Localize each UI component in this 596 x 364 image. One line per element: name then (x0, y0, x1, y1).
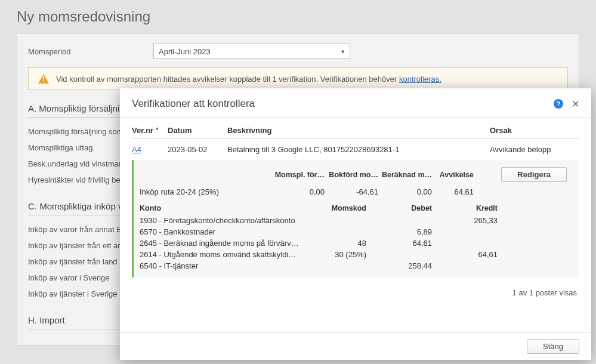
ledger-row: 6540 - IT-tjänster258,44 (140, 260, 573, 272)
ledger-kredit: 265,33 (432, 216, 498, 225)
dcol-momspl: Momspl. för… (271, 171, 325, 179)
ledger-debet: 64,61 (366, 239, 432, 248)
modal-title: Verifikationer att kontrollera (132, 98, 554, 110)
period-select[interactable]: April-Juni 2023 ▾ (153, 44, 350, 59)
detail-beraknad: 0,00 (378, 187, 432, 196)
warning-icon (38, 74, 49, 84)
ledger-konto: 6570 - Bankkostnader (140, 227, 319, 236)
detail-label: Inköp ruta 20-24 (25%) (140, 187, 271, 196)
ledger-konto: 2614 - Utgående moms omvänd skattskyldi… (140, 250, 319, 259)
close-button[interactable]: Stäng (527, 339, 579, 354)
verification-modal: Verifikationer att kontrollera ? ✕ Ver.n… (120, 88, 591, 360)
alert-text: Vid kontroll av momsrapporten hittades a… (56, 75, 441, 84)
col-orsak[interactable]: Orsak (490, 126, 579, 135)
lcol-debet: Debet (366, 204, 432, 212)
verification-desc: Betalning till 3 Google LLC, 80175220286… (227, 145, 490, 154)
ledger-row: 2614 - Utgående moms omvänd skattskyldi…… (140, 249, 573, 260)
ledger-row: 2645 - Beräknad ingående moms på förvärv… (140, 237, 573, 249)
dcol-bokford: Bokförd mo… (325, 171, 378, 179)
sort-asc-icon: ˄ (156, 127, 159, 134)
col-ver-label: Ver.nr (132, 126, 153, 135)
lcol-momskod: Momskod (319, 204, 366, 212)
col-ver[interactable]: Ver.nr ˄ (132, 126, 168, 135)
page-title: Ny momsredovisning (17, 8, 579, 25)
alert-banner: Vid kontroll av momsrapporten hittades a… (28, 67, 568, 90)
ledger-konto: 6540 - IT-tjänster (140, 261, 319, 270)
col-beskrivning[interactable]: Beskrivning (227, 126, 490, 135)
detail-momspl: 0,00 (271, 187, 325, 196)
dcol-avvikelse: Avvikelse (432, 171, 474, 179)
ledger-momskod: 48 (319, 239, 366, 248)
chevron-down-icon: ▾ (341, 48, 345, 55)
ledger-debet: 258,44 (366, 261, 432, 270)
ledger-row: 6570 - Bankkostnader6,89 (140, 226, 573, 237)
lcol-kredit: Kredit (432, 204, 498, 212)
verification-reason: Avvikande belopp (490, 145, 579, 154)
alert-link[interactable]: kontrolleras. (399, 75, 441, 84)
period-select-value: April-Juni 2023 (159, 47, 211, 56)
alert-text-content: Vid kontroll av momsrapporten hittades a… (56, 75, 399, 84)
verification-row: A4 2023-05-02 Betalning till 3 Google LL… (132, 145, 579, 154)
ledger-row: 1930 - Företagskonto/checkkonto/affärsko… (140, 215, 573, 226)
ledger-kredit: 64,61 (432, 250, 498, 259)
detail-bokford: -64,61 (325, 187, 378, 196)
ledger-debet: 6,89 (366, 227, 432, 236)
detail-block: Momspl. för… Bokförd mo… Beräknad m… Avv… (132, 160, 579, 277)
close-icon[interactable]: ✕ (572, 98, 579, 110)
lcol-konto: Konto (140, 204, 319, 212)
ledger-momskod: 30 (25%) (319, 250, 366, 259)
verification-link[interactable]: A4 (132, 145, 168, 154)
dcol-beraknad: Beräknad m… (378, 171, 432, 179)
period-label: Momsperiod (28, 47, 153, 56)
detail-avvikelse: 64,61 (432, 187, 474, 196)
help-icon[interactable]: ? (554, 99, 563, 109)
edit-button[interactable]: Redigera (501, 167, 567, 182)
verification-date: 2023-05-02 (168, 145, 227, 154)
pager-text: 1 av 1 poster visas (132, 277, 579, 303)
col-datum[interactable]: Datum (168, 126, 227, 135)
ledger-konto: 2645 - Beräknad ingående moms på förvärv… (140, 239, 319, 248)
ledger-konto: 1930 - Företagskonto/checkkonto/affärsko… (140, 216, 319, 225)
